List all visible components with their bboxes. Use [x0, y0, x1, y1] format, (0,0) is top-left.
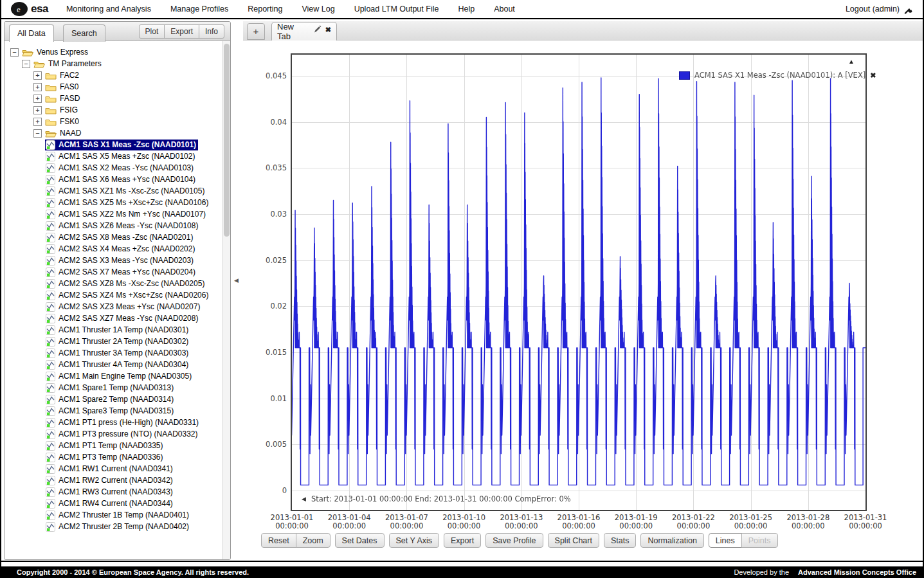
rename-tab-pencil-icon[interactable] [313, 25, 322, 33]
wrench-icon[interactable] [904, 5, 914, 14]
tree-parameter[interactable]: ACM2 Thruster 1B Temp (NAAD0401) [45, 510, 191, 521]
info-button[interactable]: Info [199, 24, 224, 39]
tree-parameter-label[interactable]: ACM1 SAS X5 Meas +Zsc (NAAD0102) [59, 152, 195, 161]
tree-parameter[interactable]: ACM1 SAS XZ5 Ms +Xsc+Zsc (NAAD0106) [45, 197, 210, 208]
tree-parameter-label[interactable]: ACM1 PT1 Temp (NAAD0335) [59, 441, 163, 450]
export-button[interactable]: Export [444, 533, 481, 548]
menu-item-about[interactable]: About [494, 5, 515, 14]
collapse-node-icon[interactable]: − [33, 129, 42, 138]
tree-scrollbar[interactable] [222, 41, 230, 560]
tree-parameter[interactable]: ACM1 SAS XZ6 Meas -Ysc (NAAD0108) [45, 221, 200, 231]
tree-parameter[interactable]: ACM1 RW3 Current (NAAD0343) [45, 487, 175, 498]
tree-parameter-label[interactable]: ACM2 Thruster 1B Temp (NAAD0401) [59, 510, 189, 519]
tree-parameter-label[interactable]: ACM1 Spare2 Temp (NAAD0314) [59, 395, 174, 404]
tree-parameter-label[interactable]: ACM2 SAS X8 Meas -Zsc (NAAD0201) [59, 233, 193, 242]
tree-parameter-label[interactable]: ACM2 SAS XZ7 Meas -Ysc (NAAD0208) [59, 314, 198, 323]
sidebar-tab-search[interactable]: Search [63, 24, 105, 42]
tree-parameter[interactable]: ACM1 Spare3 Temp (NAAD0315) [45, 406, 176, 417]
tree-parameter-label[interactable]: ACM1 PT1 press (He-High) (NAAD0331) [59, 418, 199, 427]
tree-parameter-selected[interactable]: ACM1 SAS X1 Meas -Zsc (NAAD0101) [45, 140, 198, 150]
tree-parameter-label[interactable]: ACM1 RW3 Current (NAAD0343) [59, 487, 173, 496]
tree-parameter-label[interactable]: ACM1 SAS XZ5 Ms +Xsc+Zsc (NAAD0106) [59, 198, 208, 207]
normalization-button[interactable]: Normalization [640, 533, 703, 548]
tree-parameter[interactable]: ACM1 RW4 Current (NAAD0344) [45, 498, 175, 509]
collapse-panel-icon[interactable]: ◀ [234, 277, 239, 284]
tree-parameter-label[interactable]: ACM1 SAS XZ1 Ms -Xsc-Zsc (NAAD0105) [59, 186, 204, 195]
tree-folder-label[interactable]: TM Parameters [48, 59, 102, 68]
tree-parameter-label[interactable]: ACM1 Main Engine Temp (NAAD0305) [59, 372, 192, 381]
split-chart-button[interactable]: Split Chart [548, 533, 599, 548]
menu-item-manage-profiles[interactable]: Manage Profiles [170, 5, 228, 14]
status-left-arrow-icon[interactable]: ◀ [302, 496, 306, 502]
tree-parameter[interactable]: ACM1 SAS X5 Meas +Zsc (NAAD0102) [45, 151, 197, 162]
tree-parameter[interactable]: ACM2 SAS XZ8 Ms -Xsc-Zsc (NAAD0205) [45, 278, 206, 289]
logout-link[interactable]: Logout (admin) [846, 5, 900, 14]
tree-parameter[interactable]: ACM1 PT3 Temp (NAAD0336) [45, 452, 165, 463]
remove-series-icon[interactable]: ✖ [870, 71, 876, 80]
collapse-node-icon[interactable]: − [10, 48, 19, 57]
menu-item-upload-ltm-output-file[interactable]: Upload LTM Output File [354, 5, 439, 14]
tree-parameter-label[interactable]: ACM1 SAS X1 Meas -Zsc (NAAD0101) [59, 140, 196, 149]
tree-parameter[interactable]: ACM2 Thruster 2B Temp (NAAD0402) [45, 521, 191, 532]
tree-parameter-label[interactable]: ACM1 SAS X6 Meas +Ysc (NAAD0104) [59, 175, 195, 184]
tree-parameter[interactable]: ACM1 SAS X2 Meas -Ysc (NAAD0103) [45, 163, 195, 174]
add-tab-button[interactable]: + [247, 23, 265, 40]
sidebar-tab-all-data[interactable]: All Data [9, 24, 54, 42]
close-tab-icon[interactable]: ✖ [325, 26, 331, 34]
tree-parameter-label[interactable]: ACM1 RW4 Current (NAAD0344) [59, 499, 173, 508]
tree-parameter[interactable]: ACM1 Spare2 Temp (NAAD0314) [45, 394, 176, 405]
expand-node-icon[interactable]: + [33, 106, 42, 114]
tree-parameter[interactable]: ACM2 SAS XZ7 Meas -Ysc (NAAD0208) [45, 313, 200, 324]
tree-parameter-label[interactable]: ACM1 Spare3 Temp (NAAD0315) [59, 406, 174, 415]
tree-parameter-label[interactable]: ACM1 Thruster 1A Temp (NAAD0301) [59, 325, 188, 334]
tree-parameter[interactable]: ACM2 SAS XZ4 Ms +Xsc+Zsc (NAAD0206) [45, 290, 210, 301]
tree-parameter-label[interactable]: ACM2 SAS XZ3 Meas +Ysc (NAAD0207) [59, 302, 200, 311]
tree-parameter[interactable]: ACM2 SAS X7 Meas +Ysc (NAAD0204) [45, 267, 197, 278]
tree-parameter-label[interactable]: ACM1 Thruster 3A Temp (NAAD0303) [59, 348, 188, 357]
menu-item-help[interactable]: Help [458, 5, 475, 14]
tree-parameter[interactable]: ACM1 Main Engine Temp (NAAD0305) [45, 371, 194, 382]
tree-parameter-label[interactable]: ACM1 RW1 Current (NAAD0341) [59, 464, 173, 473]
tree-parameter[interactable]: ACM1 Spare1 Temp (NAAD0313) [45, 383, 176, 393]
menu-item-view-log[interactable]: View Log [302, 5, 334, 14]
tree-parameter-label[interactable]: ACM2 Thruster 2B Temp (NAAD0402) [59, 522, 189, 531]
tree-parameter-label[interactable]: ACM1 Spare1 Temp (NAAD0313) [59, 383, 174, 392]
menu-item-monitoring-and-analysis[interactable]: Monitoring and Analysis [66, 5, 151, 14]
tree-parameter[interactable]: ACM2 SAS X8 Meas -Zsc (NAAD0201) [45, 232, 195, 243]
tree-parameter-label[interactable]: ACM1 SAS X2 Meas -Ysc (NAAD0103) [59, 163, 194, 172]
tree-parameter-label[interactable]: ACM2 SAS XZ8 Ms -Xsc-Zsc (NAAD0205) [59, 279, 204, 288]
set-dates-button[interactable]: Set Dates [335, 533, 385, 548]
tree-parameter[interactable]: ACM2 SAS XZ3 Meas +Ysc (NAAD0207) [45, 302, 202, 312]
tree-parameter-label[interactable]: ACM2 SAS XZ4 Ms +Xsc+Zsc (NAAD0206) [59, 291, 208, 300]
expand-node-icon[interactable]: + [33, 118, 42, 126]
tree-parameter[interactable]: ACM2 SAS X3 Meas -Ysc (NAAD0203) [45, 255, 195, 266]
tree-parameter-label[interactable]: ACM1 Thruster 4A Temp (NAAD0304) [59, 360, 188, 369]
tree-parameter-label[interactable]: ACM2 SAS X7 Meas +Ysc (NAAD0204) [59, 267, 195, 276]
expand-node-icon[interactable]: + [33, 83, 42, 91]
tree-parameter-label[interactable]: ACM2 SAS X4 Meas +Zsc (NAAD0202) [59, 244, 195, 253]
reset-button[interactable]: Reset [261, 533, 296, 548]
tree-parameter[interactable]: ACM1 SAS XZ1 Ms -Xsc-Zsc (NAAD0105) [45, 186, 206, 197]
tree-parameter[interactable]: ACM1 RW2 Current (NAAD0342) [45, 475, 175, 486]
scroll-up-icon[interactable]: ▲ [848, 58, 855, 65]
plot-area[interactable] [292, 55, 865, 510]
tree-parameter[interactable]: ACM1 PT3 pressure (NTO) (NAAD0332) [45, 429, 200, 440]
plot-button[interactable]: Plot [139, 24, 165, 39]
tree-parameter[interactable]: ACM1 Thruster 4A Temp (NAAD0304) [45, 359, 190, 370]
tree-folder-label[interactable]: NAAD [60, 129, 81, 138]
tree-parameter[interactable]: ACM1 RW1 Current (NAAD0341) [45, 464, 175, 474]
tree-folder-label[interactable]: FAS0 [60, 82, 78, 91]
panel-splitter[interactable]: ◀ [231, 21, 243, 560]
lines-button[interactable]: Lines [709, 533, 742, 548]
tree-parameter-label[interactable]: ACM1 Thruster 2A Temp (NAAD0302) [59, 337, 188, 346]
tree-parameter-label[interactable]: ACM1 RW2 Current (NAAD0342) [59, 476, 173, 485]
tree-parameter[interactable]: ACM1 Thruster 3A Temp (NAAD0303) [45, 348, 190, 359]
tree-folder-label[interactable]: FSK0 [60, 117, 79, 126]
tab-new-tab[interactable]: New Tab ✖ [271, 22, 337, 41]
expand-node-icon[interactable]: + [33, 71, 42, 80]
tree-folder-label[interactable]: FASD [60, 94, 80, 103]
tree-parameter[interactable]: ACM1 SAS XZ2 Ms Nm +Ysc (NAAD0107) [45, 209, 208, 220]
tree-parameter-label[interactable]: ACM1 SAS XZ2 Ms Nm +Ysc (NAAD0107) [59, 210, 206, 219]
tree-folder-label[interactable]: FSIG [60, 105, 78, 114]
tree-parameter[interactable]: ACM1 Thruster 1A Temp (NAAD0301) [45, 325, 190, 336]
